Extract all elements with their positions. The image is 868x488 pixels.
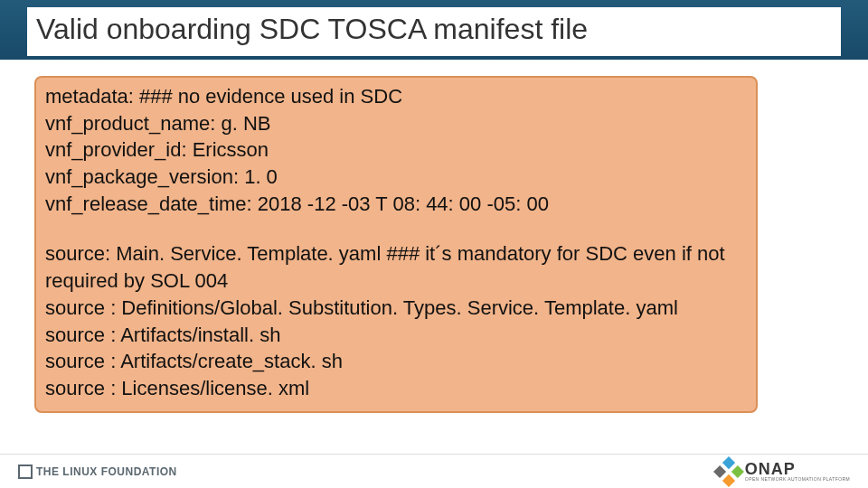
- linux-foundation-label: THE LINUX FOUNDATION: [36, 465, 177, 478]
- slide-title: Valid onboarding SDC TOSCA manifest file: [27, 7, 841, 56]
- manifest-line: source : Definitions/Global. Substitutio…: [45, 295, 747, 322]
- manifest-line: source : Artifacts/create_stack. sh: [45, 348, 747, 375]
- manifest-line: source: Main. Service. Template. yaml ##…: [45, 240, 747, 294]
- manifest-line: source : Licenses/license. xml: [45, 375, 747, 402]
- manifest-content-box: metadata: ### no evidence used in SDC vn…: [34, 76, 758, 413]
- manifest-line: vnf_provider_id: Ericsson: [45, 136, 747, 164]
- manifest-line: vnf_release_date_time: 2018 -12 -03 T 08…: [45, 191, 747, 218]
- onap-text: ONAP OPEN NETWORK AUTOMATION PLATFORM: [745, 461, 850, 482]
- footer: THE LINUX FOUNDATION ONAP OPEN NETWORK A…: [0, 454, 868, 488]
- linux-foundation-logo: THE LINUX FOUNDATION: [18, 465, 177, 479]
- onap-logo: ONAP OPEN NETWORK AUTOMATION PLATFORM: [718, 461, 850, 483]
- onap-icon: [713, 456, 744, 487]
- manifest-line: metadata: ### no evidence used in SDC: [45, 83, 747, 110]
- title-bar: Valid onboarding SDC TOSCA manifest file: [0, 0, 868, 60]
- onap-name: ONAP: [745, 461, 850, 477]
- manifest-line: vnf_product_name: g. NB: [45, 110, 747, 137]
- manifest-line: vnf_package_version: 1. 0: [45, 164, 747, 191]
- linux-foundation-icon: [18, 465, 33, 479]
- onap-subtitle: OPEN NETWORK AUTOMATION PLATFORM: [745, 477, 850, 482]
- blank-line: [45, 217, 747, 240]
- manifest-line: source : Artifacts/install. sh: [45, 322, 747, 349]
